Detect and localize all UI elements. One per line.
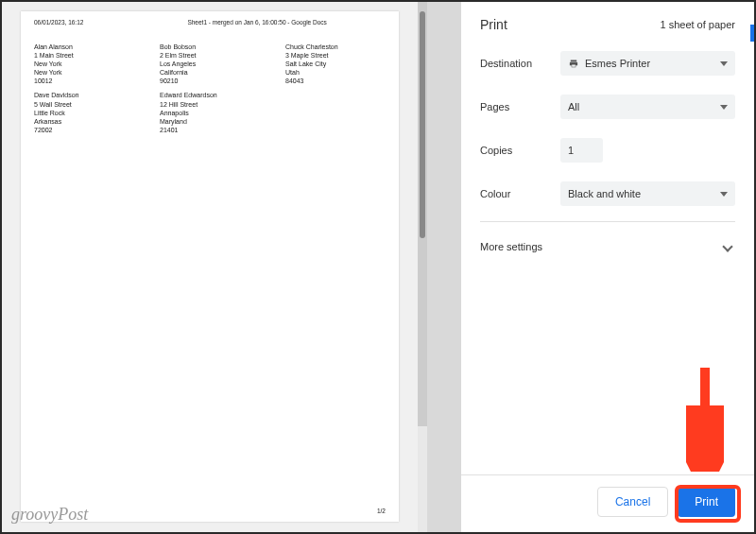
print-settings-panel: Print 1 sheet of paper Destination Esmes… xyxy=(461,2,754,532)
address-column-3: Chuck Charleston 3 Maple Street Salt Lak… xyxy=(285,43,375,134)
chevron-down-icon xyxy=(720,61,728,66)
copies-row: Copies xyxy=(480,129,735,172)
address-block: Edward Edwardson 12 Hill Street Annapoli… xyxy=(160,91,249,133)
watermark: groovyPost xyxy=(11,505,88,525)
page-timestamp: 06/01/2023, 16:12 xyxy=(34,19,83,26)
page-title: Sheet1 - merged on Jan 6, 16:00:50 - Goo… xyxy=(187,19,326,26)
address-block: Bob Bobson 2 Elm Street Los Angeles Cali… xyxy=(160,43,249,85)
destination-select[interactable]: Esmes Printer xyxy=(560,51,735,76)
address-block: Alan Alanson 1 Main Street New York New … xyxy=(34,43,124,85)
destination-label: Destination xyxy=(480,58,560,69)
colour-row: Colour Black and white xyxy=(480,172,735,215)
sheet-count: 1 sheet of paper xyxy=(660,19,735,30)
page-number: 1/2 xyxy=(377,508,386,514)
scrollbar-thumb[interactable] xyxy=(420,11,425,238)
cancel-button[interactable]: Cancel xyxy=(597,487,668,517)
chevron-down-icon xyxy=(722,241,732,251)
colour-label: Colour xyxy=(480,188,560,199)
gap-region xyxy=(427,2,465,532)
panel-footer: Cancel Print xyxy=(461,474,754,532)
panel-header: Print 1 sheet of paper xyxy=(461,2,754,42)
destination-value: Esmes Printer xyxy=(585,58,650,69)
colour-select[interactable]: Black and white xyxy=(560,181,735,206)
more-settings-toggle[interactable]: More settings xyxy=(480,228,735,266)
more-settings-label: More settings xyxy=(480,241,542,252)
copies-input[interactable] xyxy=(560,138,603,163)
pages-value: All xyxy=(568,101,579,112)
printer-icon xyxy=(568,59,579,69)
page-header: 06/01/2023, 16:12 Sheet1 - merged on Jan… xyxy=(34,19,386,26)
chevron-down-icon xyxy=(720,192,728,197)
copies-label: Copies xyxy=(480,145,560,156)
address-column-2: Bob Bobson 2 Elm Street Los Angeles Cali… xyxy=(160,43,249,134)
preview-scrollbar[interactable] xyxy=(418,2,427,426)
print-preview-area: 06/01/2023, 16:12 Sheet1 - merged on Jan… xyxy=(2,2,418,532)
panel-title: Print xyxy=(480,17,507,32)
pages-label: Pages xyxy=(480,101,560,112)
pages-select[interactable]: All xyxy=(560,95,735,119)
destination-row: Destination Esmes Printer xyxy=(480,42,735,85)
pages-row: Pages All xyxy=(480,85,735,129)
print-button[interactable]: Print xyxy=(678,487,735,517)
address-block: Dave Davidson 5 Wall Street Little Rock … xyxy=(34,91,124,133)
preview-page: 06/01/2023, 16:12 Sheet1 - merged on Jan… xyxy=(21,11,399,522)
address-column-1: Alan Alanson 1 Main Street New York New … xyxy=(34,43,124,134)
divider xyxy=(480,221,735,222)
address-block: Chuck Charleston 3 Maple Street Salt Lak… xyxy=(285,43,375,85)
colour-value: Black and white xyxy=(568,188,641,199)
edge-accent xyxy=(750,25,754,42)
settings-list: Destination Esmes Printer Pages All xyxy=(461,42,754,474)
chevron-down-icon xyxy=(720,105,728,110)
address-grid: Alan Alanson 1 Main Street New York New … xyxy=(34,43,386,134)
